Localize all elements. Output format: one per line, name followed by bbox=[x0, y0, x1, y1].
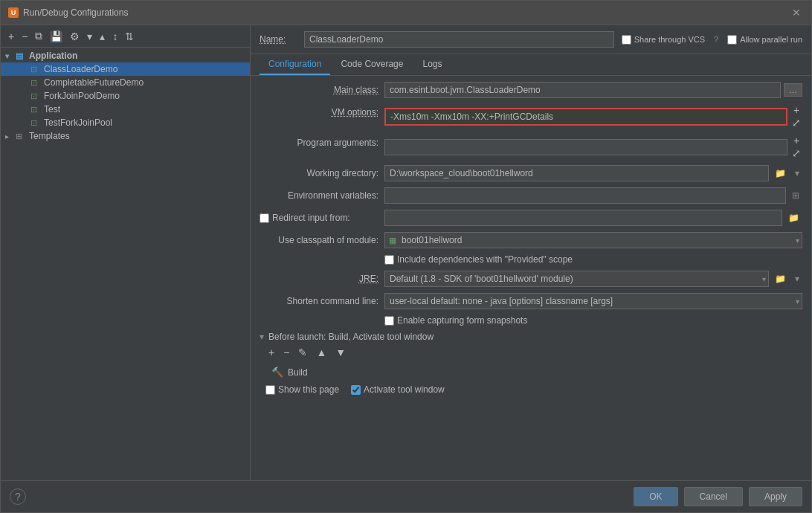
redirect-input-row: Redirect input from: 📁 bbox=[260, 210, 802, 226]
remove-config-button[interactable]: − bbox=[19, 29, 30, 44]
shorten-cmd-row: Shorten command line: user-local default… bbox=[260, 293, 802, 309]
config-icon-testfork: ⊡ bbox=[30, 118, 41, 128]
classpath-select[interactable]: boot01hellword bbox=[384, 232, 802, 248]
tree-item-completablefuturedemo[interactable]: ⊡ CompletableFutureDemo bbox=[1, 76, 250, 89]
snapshots-label: Enable capturing form snapshots bbox=[397, 315, 527, 326]
config-tree: ▾ ▤ Application ⊡ ClassLoaderDemo ⊡ Comp… bbox=[1, 48, 250, 480]
share-vcs-help-icon[interactable]: ? bbox=[714, 35, 718, 44]
jre-dropdown-button[interactable]: ▾ bbox=[792, 272, 802, 285]
dialog-footer: ? OK Cancel Apply bbox=[1, 480, 811, 512]
env-vars-input[interactable] bbox=[384, 187, 786, 204]
show-page-label: Show this page bbox=[278, 384, 339, 395]
ok-button[interactable]: OK bbox=[634, 487, 677, 506]
tab-logs[interactable]: Logs bbox=[413, 54, 451, 75]
tree-item-test[interactable]: ⊡ Test bbox=[1, 103, 250, 116]
jre-field: Default (1.8 - SDK of 'boot01hellword' m… bbox=[384, 271, 802, 287]
share-vcs-label: Share through VCS bbox=[634, 35, 705, 44]
activate-tool-input[interactable] bbox=[351, 385, 361, 395]
name-input[interactable] bbox=[304, 31, 614, 48]
jre-select[interactable]: Default (1.8 - SDK of 'boot01hellword' m… bbox=[384, 271, 769, 287]
program-args-expand-button[interactable]: + bbox=[790, 135, 802, 146]
include-deps-checkbox[interactable]: Include dependencies with "Provided" sco… bbox=[384, 254, 573, 265]
close-button[interactable]: ✕ bbox=[789, 5, 804, 20]
jre-folder-button[interactable]: 📁 bbox=[772, 272, 789, 285]
working-dir-label: Working directory: bbox=[260, 165, 378, 178]
config-icon-completable: ⊡ bbox=[30, 78, 41, 88]
title-bar-left: U Run/Debug Configurations bbox=[8, 7, 128, 18]
redirect-input-label: Redirect input from: bbox=[260, 210, 378, 223]
add-config-button[interactable]: + bbox=[5, 29, 17, 44]
include-deps-input[interactable] bbox=[384, 255, 394, 265]
config-label-testfork: TestForkJoinPool bbox=[44, 117, 112, 128]
main-content: + − ⧉ 💾 ⚙ ▾ ▴ ↕ ⇅ ▾ ▤ Application bbox=[1, 25, 811, 480]
move-button[interactable]: ↕ bbox=[109, 29, 120, 44]
allow-parallel-checkbox[interactable]: Allow parallel run bbox=[727, 35, 802, 45]
redirect-checkbox-input[interactable] bbox=[260, 213, 269, 223]
vm-options-input[interactable] bbox=[384, 108, 787, 126]
tab-code-coverage[interactable]: Code Coverage bbox=[332, 54, 412, 75]
name-options: Share through VCS ? Allow parallel run bbox=[622, 35, 802, 45]
tree-item-forkjoinpooldemo[interactable]: ⊡ ForkJoinPoolDemo bbox=[1, 89, 250, 103]
redirect-checkbox[interactable]: Redirect input from: bbox=[260, 213, 378, 223]
classpath-row: Use classpath of module: ▦ boot01hellwor… bbox=[260, 232, 802, 248]
app-icon: U bbox=[8, 7, 19, 18]
snapshots-checkbox[interactable]: Enable capturing form snapshots bbox=[384, 315, 527, 326]
before-launch-down-button[interactable]: ▼ bbox=[332, 345, 349, 360]
config-label-forkjoin: ForkJoinPoolDemo bbox=[44, 91, 120, 101]
tree-group-application[interactable]: ▾ ▤ Application bbox=[1, 49, 250, 62]
working-dir-dropdown-button[interactable]: ▾ bbox=[792, 167, 802, 180]
env-vars-edit-button[interactable]: ⊞ bbox=[789, 189, 802, 202]
main-class-browse-button[interactable]: … bbox=[784, 83, 802, 97]
tree-item-testforkjoinpool[interactable]: ⊡ TestForkJoinPool bbox=[1, 116, 250, 129]
activate-tool-checkbox[interactable]: Activate tool window bbox=[351, 384, 445, 395]
redirect-input-text[interactable] bbox=[384, 210, 782, 226]
show-page-input[interactable] bbox=[265, 385, 275, 395]
cancel-button[interactable]: Cancel bbox=[684, 487, 743, 506]
main-class-input[interactable] bbox=[384, 82, 781, 98]
save-config-button[interactable]: 💾 bbox=[47, 29, 65, 44]
before-launch-toolbar: + − ✎ ▲ ▼ bbox=[265, 345, 802, 360]
program-args-row: Program arguments: + ⤢ bbox=[260, 135, 802, 159]
before-launch-remove-button[interactable]: − bbox=[280, 345, 292, 360]
main-class-row: Main class: … bbox=[260, 82, 802, 98]
chevron-down-button[interactable]: ▾ bbox=[84, 29, 95, 44]
before-launch-section: ▾ Before launch: Build, Activate tool wi… bbox=[260, 332, 802, 342]
before-launch-edit-button[interactable]: ✎ bbox=[295, 345, 310, 360]
env-vars-field: ⊞ bbox=[384, 187, 802, 204]
show-page-checkbox[interactable]: Show this page bbox=[265, 384, 339, 395]
snapshots-input[interactable] bbox=[384, 316, 394, 326]
redirect-folder-button[interactable]: 📁 bbox=[785, 211, 802, 225]
working-dir-row: Working directory: 📁 ▾ bbox=[260, 165, 802, 181]
build-label: Build bbox=[288, 367, 308, 378]
name-label: Name: bbox=[260, 34, 297, 45]
allow-parallel-input[interactable] bbox=[727, 35, 737, 45]
shorten-cmd-select[interactable]: user-local default: none - java [options… bbox=[384, 293, 802, 309]
program-args-input[interactable] bbox=[384, 139, 787, 155]
vm-expand-buttons: + ⤢ bbox=[790, 104, 802, 129]
vm-options-label: VM options: bbox=[260, 104, 378, 117]
templates-group-label: Templates bbox=[29, 131, 70, 141]
apply-button[interactable]: Apply bbox=[749, 487, 802, 506]
working-dir-input[interactable] bbox=[384, 165, 769, 181]
help-button[interactable]: ? bbox=[10, 488, 26, 505]
before-launch-add-button[interactable]: + bbox=[265, 345, 277, 360]
tree-group-templates[interactable]: ▸ ⊞ Templates bbox=[1, 129, 250, 143]
main-class-label: Main class: bbox=[260, 82, 378, 95]
before-launch-up-button[interactable]: ▲ bbox=[313, 345, 329, 360]
sort-button[interactable]: ⇅ bbox=[122, 29, 137, 44]
config-icon-test: ⊡ bbox=[30, 105, 41, 114]
program-args-collapse-button[interactable]: ⤢ bbox=[790, 147, 802, 159]
working-dir-folder-button[interactable]: 📁 bbox=[772, 167, 789, 180]
before-launch-chevron[interactable]: ▾ bbox=[260, 332, 264, 342]
share-vcs-checkbox[interactable]: Share through VCS bbox=[622, 35, 705, 45]
tree-item-classloaderdemo[interactable]: ⊡ ClassLoaderDemo bbox=[1, 62, 250, 76]
bottom-checks: Show this page Activate tool window bbox=[265, 384, 802, 395]
settings-button[interactable]: ⚙ bbox=[67, 29, 83, 44]
vm-options-expand-button[interactable]: + bbox=[790, 104, 802, 116]
tab-configuration[interactable]: Configuration bbox=[260, 54, 330, 75]
vm-options-collapse-button[interactable]: ⤢ bbox=[790, 117, 802, 129]
config-icon-forkjoin: ⊡ bbox=[30, 91, 41, 101]
copy-config-button[interactable]: ⧉ bbox=[32, 28, 45, 44]
chevron-up-button[interactable]: ▴ bbox=[97, 29, 108, 44]
share-vcs-input[interactable] bbox=[622, 35, 631, 45]
